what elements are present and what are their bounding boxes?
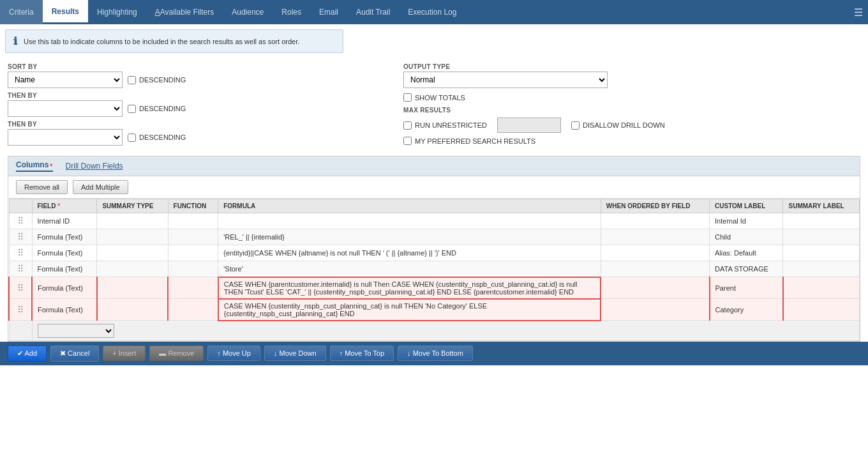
row-field: Formula (Text) <box>32 277 97 299</box>
form-area: SORT BY Name Internal ID Date DESCENDING… <box>0 58 868 149</box>
row-summary-label <box>783 299 860 321</box>
row-function <box>168 213 218 229</box>
row-summary-type <box>97 245 168 261</box>
row-summary-label <box>783 261 860 277</box>
then-by-2-descending-check[interactable] <box>128 133 136 142</box>
insert-button[interactable]: + Insert <box>103 346 146 361</box>
nav-criteria[interactable]: Criteria <box>0 0 43 24</box>
th-when-ordered: WHEN ORDERED BY FIELD <box>601 199 709 213</box>
row-summary-type <box>97 261 168 277</box>
remove-button[interactable]: ▬ Remove <box>149 346 204 361</box>
move-up-button[interactable]: ↑ Move Up <box>207 346 260 361</box>
then-by-1-label: THEN BY <box>8 92 391 99</box>
show-totals-check[interactable] <box>403 93 412 102</box>
row-function <box>168 299 218 321</box>
then-by-1-select[interactable]: Name <box>8 100 123 117</box>
max-results-input[interactable] <box>497 118 561 133</box>
row-formula: {entityid}||CASE WHEN {altname} is not n… <box>218 245 601 261</box>
my-preferred-checkbox[interactable]: MY PREFERRED SEARCH RESULTS <box>403 137 860 145</box>
sort-by-select[interactable]: Name Internal ID Date <box>8 72 123 88</box>
row-summary-label <box>783 229 860 245</box>
then-by-2-select[interactable]: Name <box>8 129 123 146</box>
new-field-select[interactable] <box>38 324 114 338</box>
then-by-1-descending[interactable]: DESCENDING <box>128 105 186 113</box>
row-custom-label: Internal Id <box>710 213 783 229</box>
my-preferred-check[interactable] <box>403 137 412 145</box>
table-row-highlighted: ⠿ Formula (Text) CASE WHEN {custentity_n… <box>9 299 860 321</box>
th-custom-label: CUSTOM LABEL <box>710 199 783 213</box>
th-drag <box>9 199 32 213</box>
add-multiple-button[interactable]: Add Multiple <box>73 180 128 194</box>
move-to-top-button[interactable]: ↑ Move To Top <box>330 346 394 361</box>
row-formula-highlighted: CASE WHEN {parentcustomer.internalid} is… <box>218 277 601 299</box>
then-by-1-descending-check[interactable] <box>128 105 136 113</box>
row-summary-type <box>97 229 168 245</box>
row-custom-label: DATA STORAGE <box>710 261 783 277</box>
row-function <box>168 261 218 277</box>
nav-results[interactable]: Results <box>43 0 88 24</box>
table-row: ⠿ Formula (Text) 'REL_' || {internalid} … <box>9 229 860 245</box>
run-unrestricted-checkbox[interactable]: RUN UNRESTRICTED <box>403 121 487 130</box>
nav-execution-log[interactable]: Execution Log <box>399 0 465 24</box>
tab-drill-down[interactable]: Drill Down Fields <box>66 162 123 171</box>
th-formula: FORMULA <box>218 199 601 213</box>
sort-section: SORT BY Name Internal ID Date DESCENDING… <box>8 63 391 149</box>
columns-header: Columns• Drill Down Fields <box>8 156 860 176</box>
run-unrestricted-check[interactable] <box>403 121 412 130</box>
move-to-bottom-button[interactable]: ↓ Move To Bottom <box>398 346 473 361</box>
action-bar: ✔ Add ✖ Cancel + Insert ▬ Remove ↑ Move … <box>0 342 868 365</box>
move-down-button[interactable]: ↓ Move Down <box>264 346 326 361</box>
nav-available-filters[interactable]: AAvailable Filters <box>146 0 223 24</box>
drag-handle[interactable]: ⠿ <box>15 305 26 315</box>
cancel-button[interactable]: ✖ Cancel <box>50 346 99 362</box>
nav-right: ☰ <box>854 0 868 24</box>
row-field: Formula (Text) <box>32 245 97 261</box>
nav-audience[interactable]: Audience <box>223 0 273 24</box>
row-formula <box>218 213 601 229</box>
table-row: ⠿ Formula (Text) {entityid}||CASE WHEN {… <box>9 245 860 261</box>
sort-by-descending-check[interactable] <box>128 76 136 84</box>
nav-roles[interactable]: Roles <box>273 0 310 24</box>
row-when-ordered <box>601 277 709 299</box>
drag-handle[interactable]: ⠿ <box>15 232 26 242</box>
sort-by-label: SORT BY <box>8 63 391 70</box>
output-type-select[interactable]: Normal Summary Detail <box>403 72 608 88</box>
disallow-drill-checkbox[interactable]: DISALLOW DRILL DOWN <box>571 121 665 130</box>
show-totals-checkbox[interactable]: SHOW TOTALS <box>403 93 860 102</box>
row-custom-label: Category <box>710 299 783 321</box>
grid-icon[interactable]: ☰ <box>854 6 863 19</box>
table-row: ⠿ Formula (Text) 'Store' DATA STORAGE <box>9 261 860 277</box>
drag-handle[interactable]: ⠿ <box>15 248 26 258</box>
table-row-highlighted: ⠿ Formula (Text) CASE WHEN {parentcustom… <box>9 277 860 299</box>
row-when-ordered <box>601 261 709 277</box>
columns-table-container: FIELD * SUMMARY TYPE FUNCTION FORMULA WH… <box>8 199 860 341</box>
info-bar: ℹ Use this tab to indicate columns to be… <box>5 29 343 53</box>
row-summary-type <box>97 213 168 229</box>
nav-audit-trail[interactable]: Audit Trail <box>347 0 399 24</box>
remove-all-button[interactable]: Remove all <box>16 180 68 194</box>
info-text: Use this tab to indicate columns to be i… <box>24 38 299 45</box>
row-field: Formula (Text) <box>32 299 97 321</box>
row-formula: 'Store' <box>218 261 601 277</box>
th-field: FIELD * <box>32 199 97 213</box>
drag-handle[interactable]: ⠿ <box>15 264 26 274</box>
add-button[interactable]: ✔ Add <box>8 346 47 362</box>
row-when-ordered <box>601 213 709 229</box>
row-when-ordered <box>601 229 709 245</box>
nav-highlighting[interactable]: Highlighting <box>88 0 146 24</box>
tab-columns[interactable]: Columns• <box>16 160 53 172</box>
row-summary-label <box>783 213 860 229</box>
columns-section: Columns• Drill Down Fields Remove all Ad… <box>8 156 860 342</box>
drag-handle[interactable]: ⠿ <box>15 283 26 293</box>
then-by-2-descending[interactable]: DESCENDING <box>128 133 186 142</box>
th-summary-type: SUMMARY TYPE <box>97 199 168 213</box>
row-formula-highlighted: CASE WHEN {custentity_nspb_cust_planning… <box>218 299 601 321</box>
disallow-drill-check[interactable] <box>571 121 580 130</box>
row-field: Formula (Text) <box>32 229 97 245</box>
new-entry-row <box>9 321 860 341</box>
nav-email[interactable]: Email <box>310 0 347 24</box>
table-row: ⠿ Internal ID Internal Id <box>9 213 860 229</box>
sort-by-descending[interactable]: DESCENDING <box>128 76 186 84</box>
row-summary-label <box>783 245 860 261</box>
drag-handle[interactable]: ⠿ <box>15 216 26 226</box>
